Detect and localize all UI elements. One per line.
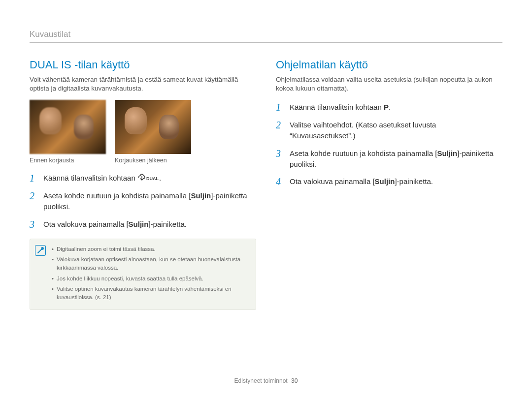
step-text-part: ]-painiketta. <box>395 177 433 185</box>
step-number: 3 <box>276 148 285 159</box>
footer-section: Edistyneet toiminnot <box>234 377 288 384</box>
info-item: Jos kohde liikkuu nopeasti, kuvasta saat… <box>52 275 249 283</box>
step-3: 3 Aseta kohde ruutuun ja kohdista painam… <box>276 148 502 170</box>
photo-after <box>115 100 191 154</box>
photo-comparison: Ennen korjausta Korjauksen jälkeen <box>30 100 256 164</box>
step-text-part: Ota valokuva painamalla [ <box>43 220 129 228</box>
step-text: Ota valokuva painamalla [Suljin]-painike… <box>43 219 187 230</box>
step-2: 2 Valitse vaihtoehdot. (Katso asetukset … <box>276 120 502 141</box>
photo-after-block: Korjauksen jälkeen <box>115 100 191 164</box>
step-number: 4 <box>276 176 285 187</box>
step-number: 2 <box>30 190 38 201</box>
info-item: Valitse optinen kuvanvakautus kameran tä… <box>52 285 249 302</box>
step-text-bold: Suljin <box>191 191 211 200</box>
step-text-part: . <box>159 174 161 182</box>
info-box: Digitaalinen zoom ei toimi tässä tilassa… <box>30 239 256 310</box>
photo-after-caption: Korjauksen jälkeen <box>115 157 191 164</box>
info-item: Valokuva korjataan optisesti ainoastaan,… <box>52 255 249 273</box>
info-item: Digitaalinen zoom ei toimi tässä tilassa… <box>52 245 249 253</box>
dual-is-intro: Voit vähentää kameran tärähtämistä ja es… <box>30 75 256 93</box>
note-icon <box>35 245 46 256</box>
right-column: Ohjelmatilan käyttö Ohjelmatilassa voida… <box>276 59 502 310</box>
step-text: Aseta kohde ruutuun ja kohdista painamal… <box>43 190 256 212</box>
step-number: 2 <box>276 120 285 130</box>
content-columns: DUAL IS -tilan käyttö Voit vähentää kame… <box>30 59 502 310</box>
left-column: DUAL IS -tilan käyttö Voit vähentää kame… <box>30 59 256 310</box>
step-text-part: ]-painiketta. <box>148 220 187 228</box>
program-mode-intro: Ohjelmatilassa voidaan valita useita ase… <box>276 75 502 93</box>
step-4: 4 Ota valokuva painamalla [Suljin]-paini… <box>276 176 502 187</box>
step-text-part: Käännä tilanvalitsin kohtaan <box>43 174 137 182</box>
step-text-part: Ota valokuva painamalla [ <box>290 177 375 185</box>
step-text-part: . <box>389 103 391 111</box>
dual-is-heading: DUAL IS -tilan käyttö <box>30 59 256 71</box>
step-number: 1 <box>276 102 285 113</box>
step-text: Käännä tilanvalitsin kohtaan P. <box>290 102 391 113</box>
step-text-bold: Suljin <box>129 220 149 228</box>
photo-before-caption: Ennen korjausta <box>30 157 106 164</box>
mode-p-icon: P <box>384 103 389 111</box>
program-mode-steps: 1 Käännä tilanvalitsin kohtaan P. 2 Vali… <box>276 102 502 187</box>
photo-before-block: Ennen korjausta <box>30 100 106 164</box>
dual-is-steps: 1 Käännä tilanvalitsin kohtaan DUAL . <box>30 173 256 230</box>
step-text: Ota valokuva painamalla [Suljin]-painike… <box>290 176 433 187</box>
dual-mode-icon: DUAL <box>137 173 159 182</box>
step-number: 1 <box>30 173 38 184</box>
program-mode-heading: Ohjelmatilan käyttö <box>276 59 502 71</box>
chapter-title: Kuvaustilat <box>30 30 502 43</box>
step-number: 3 <box>30 219 38 230</box>
step-text: Valitse vaihtoehdot. (Katso asetukset lu… <box>290 120 502 141</box>
step-text-part: Aseta kohde ruutuun ja kohdista painamal… <box>290 149 437 157</box>
step-text: Käännä tilanvalitsin kohtaan DUAL . <box>43 173 161 184</box>
step-1: 1 Käännä tilanvalitsin kohtaan P. <box>276 102 502 113</box>
step-text-part: Aseta kohde ruutuun ja kohdista painamal… <box>43 191 191 200</box>
step-text-bold: Suljin <box>375 177 395 185</box>
step-text-part: Käännä tilanvalitsin kohtaan <box>290 103 384 111</box>
page-number: 30 <box>291 377 298 384</box>
step-text: Aseta kohde ruutuun ja kohdista painamal… <box>290 148 502 170</box>
svg-text:DUAL: DUAL <box>146 176 159 181</box>
step-1: 1 Käännä tilanvalitsin kohtaan DUAL . <box>30 173 256 184</box>
step-2: 2 Aseta kohde ruutuun ja kohdista painam… <box>30 190 256 212</box>
photo-before <box>30 100 106 154</box>
step-text-bold: Suljin <box>437 149 457 157</box>
step-3: 3 Ota valokuva painamalla [Suljin]-paini… <box>30 219 256 230</box>
info-list: Digitaalinen zoom ei toimi tässä tilassa… <box>52 245 249 302</box>
page-footer: Edistyneet toiminnot 30 <box>0 377 532 384</box>
